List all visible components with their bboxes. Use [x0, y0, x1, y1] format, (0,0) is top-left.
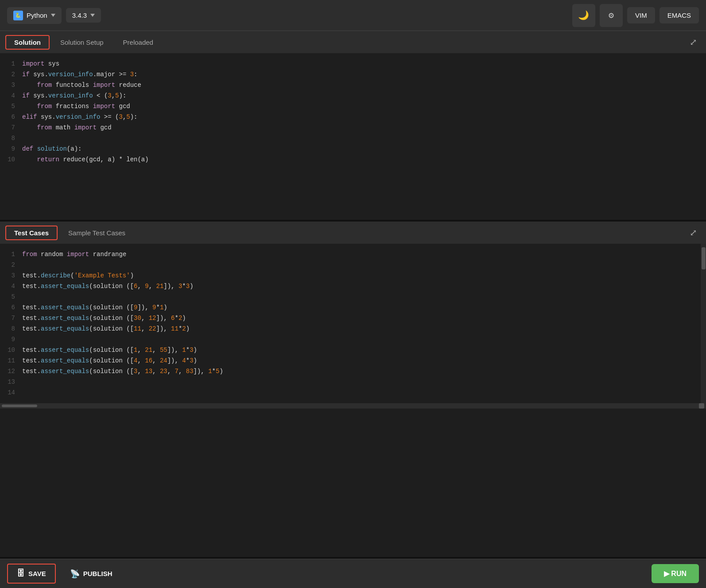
- table-row: 3test.describe('Example Tests'): [0, 270, 706, 281]
- test-scroll-thumb: [702, 247, 706, 269]
- line-content: test.assert_equals(solution ([1, 21, 55]…: [22, 345, 706, 355]
- line-number: 8: [0, 133, 22, 144]
- save-label: SAVE: [28, 570, 46, 577]
- line-content: return reduce(gcd, a) * len(a): [22, 154, 706, 165]
- bottom-toolbar: 🗄 SAVE 📡 PUBLISH ▶ RUN: [0, 559, 706, 588]
- tab-solution[interactable]: Solution: [5, 35, 50, 50]
- table-row: 14: [0, 387, 706, 398]
- vim-mode-button[interactable]: VIM: [627, 7, 655, 23]
- line-content: elif sys.version_info >= (3,5):: [22, 112, 706, 122]
- table-row: 6elif sys.version_info >= (3,5):: [0, 112, 706, 122]
- table-row: 8: [0, 133, 706, 144]
- table-row: 7test.assert_equals(solution ([30, 12]),…: [0, 313, 706, 323]
- top-toolbar: 🐍 Python 3.4.3 🌙 ⚙ VIM EMACS: [0, 0, 706, 31]
- line-number: 10: [0, 345, 22, 355]
- table-row: 8test.assert_equals(solution ([11, 22]),…: [0, 323, 706, 334]
- emacs-mode-button[interactable]: EMACS: [659, 7, 699, 23]
- version-chevron-icon: [90, 14, 95, 17]
- main-content: Solution Solution Setup Preloaded ⤢ 1imp…: [0, 31, 706, 559]
- publish-icon: 📡: [70, 569, 80, 579]
- line-number: 3: [0, 80, 22, 90]
- line-content: if sys.version_info < (3,5):: [22, 90, 706, 101]
- language-selector[interactable]: 🐍 Python: [7, 7, 62, 24]
- tab-preloaded[interactable]: Preloaded: [114, 35, 162, 50]
- solution-code-area: 1import sys2if sys.version_info.major >=…: [0, 53, 706, 220]
- line-number: 14: [0, 387, 22, 398]
- test-scrollbar[interactable]: [701, 244, 706, 403]
- version-selector[interactable]: 3.4.3: [66, 8, 101, 23]
- table-row: 10 return reduce(gcd, a) * len(a): [0, 154, 706, 165]
- solution-expand-button[interactable]: ⤢: [686, 35, 701, 50]
- line-content: test.assert_equals(solution ([6, 9, 21])…: [22, 281, 706, 292]
- line-content: if sys.version_info.major >= 3:: [22, 69, 706, 80]
- line-number: 2: [0, 69, 22, 80]
- line-number: 6: [0, 302, 22, 313]
- table-row: 1from random import randrange: [0, 249, 706, 260]
- language-chevron-icon: [51, 14, 55, 17]
- line-content: from math import gcd: [22, 122, 706, 133]
- line-number: 6: [0, 112, 22, 122]
- test-tabs: Test Cases Sample Test Cases ⤢: [0, 222, 706, 244]
- line-number: 4: [0, 281, 22, 292]
- line-content: test.describe('Example Tests'): [22, 270, 706, 281]
- settings-button[interactable]: ⚙: [600, 4, 623, 27]
- publish-button[interactable]: 📡 PUBLISH: [61, 565, 121, 583]
- line-number: 9: [0, 144, 22, 154]
- line-content: import sys: [22, 58, 706, 69]
- solution-code-lines: 1import sys2if sys.version_info.major >=…: [0, 58, 706, 165]
- save-button[interactable]: 🗄 SAVE: [7, 564, 56, 584]
- line-content: test.assert_equals(solution ([30, 12]), …: [22, 313, 706, 323]
- tab-test-cases[interactable]: Test Cases: [5, 226, 58, 240]
- table-row: 1import sys: [0, 58, 706, 69]
- table-row: 9: [0, 334, 706, 345]
- line-number: 12: [0, 366, 22, 377]
- table-row: 4if sys.version_info < (3,5):: [0, 90, 706, 101]
- test-expand-button[interactable]: ⤢: [686, 226, 701, 240]
- line-number: 1: [0, 249, 22, 260]
- save-icon: 🗄: [17, 569, 25, 578]
- test-cases-panel: Test Cases Sample Test Cases ⤢ 1from ran…: [0, 222, 706, 559]
- tab-solution-setup[interactable]: Solution Setup: [51, 35, 112, 50]
- table-row: 13: [0, 377, 706, 387]
- dark-mode-button[interactable]: 🌙: [572, 4, 595, 27]
- run-button[interactable]: ▶ RUN: [652, 564, 699, 583]
- solution-tabs: Solution Solution Setup Preloaded ⤢: [0, 31, 706, 53]
- table-row: 2if sys.version_info.major >= 3:: [0, 69, 706, 80]
- python-icon: 🐍: [13, 11, 23, 20]
- line-number: 7: [0, 122, 22, 133]
- line-number: 7: [0, 313, 22, 323]
- table-row: 2: [0, 260, 706, 270]
- table-row: 5: [0, 292, 706, 302]
- solution-panel: Solution Solution Setup Preloaded ⤢ 1imp…: [0, 31, 706, 222]
- line-content: test.assert_equals(solution ([3, 13, 23,…: [22, 366, 706, 377]
- test-h-scroll-thumb: [2, 405, 37, 407]
- table-row: 6test.assert_equals(solution ([9]), 9*1): [0, 302, 706, 313]
- line-content: test.assert_equals(solution ([4, 16, 24]…: [22, 355, 706, 366]
- table-row: 7 from math import gcd: [0, 122, 706, 133]
- language-label: Python: [27, 12, 47, 19]
- line-number: 8: [0, 323, 22, 334]
- line-content: from random import randrange: [22, 249, 706, 260]
- table-row: 12test.assert_equals(solution ([3, 13, 2…: [0, 366, 706, 377]
- table-row: 5 from fractions import gcd: [0, 101, 706, 112]
- line-number: 5: [0, 292, 22, 302]
- line-number: 13: [0, 377, 22, 387]
- test-code-lines: 1from random import randrange23test.desc…: [0, 249, 706, 398]
- line-number: 2: [0, 260, 22, 270]
- table-row: 11test.assert_equals(solution ([4, 16, 2…: [0, 355, 706, 366]
- line-content: from functools import reduce: [22, 80, 706, 90]
- publish-label: PUBLISH: [83, 570, 112, 577]
- table-row: 3 from functools import reduce: [0, 80, 706, 90]
- table-row: 4test.assert_equals(solution ([6, 9, 21]…: [0, 281, 706, 292]
- line-number: 9: [0, 334, 22, 345]
- test-horizontal-scroll: [0, 403, 706, 409]
- line-number: 10: [0, 154, 22, 165]
- line-content: from fractions import gcd: [22, 101, 706, 112]
- table-row: 9def solution(a):: [0, 144, 706, 154]
- test-code-area: 1from random import randrange23test.desc…: [0, 244, 706, 403]
- line-number: 5: [0, 101, 22, 112]
- line-content: test.assert_equals(solution ([9]), 9*1): [22, 302, 706, 313]
- line-number: 1: [0, 58, 22, 69]
- tab-sample-test-cases[interactable]: Sample Test Cases: [59, 226, 134, 240]
- scroll-corner: [699, 403, 704, 409]
